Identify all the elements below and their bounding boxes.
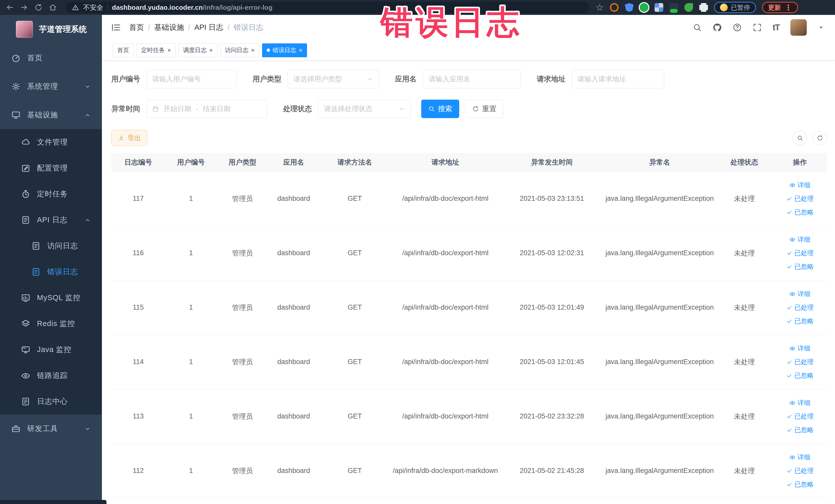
table-row: 1121管理员dashboardGET/api/infra/db-doc/exp… xyxy=(111,444,827,498)
sidebar-item[interactable]: 研发工具 xyxy=(0,415,102,443)
check-icon xyxy=(786,359,792,365)
detail-link[interactable]: 详细 xyxy=(789,181,810,189)
cell-id: 114 xyxy=(111,335,165,389)
browser-home-icon[interactable] xyxy=(49,3,57,12)
github-icon[interactable] xyxy=(713,23,722,32)
error-log-table: 日志编号用户编号用户类型应用名请求方法名请求地址异常发生时间异常名处理状态操作1… xyxy=(111,153,827,498)
extension-grid-icon[interactable] xyxy=(655,3,663,12)
browser-menu-kebab-icon[interactable]: ⋮ xyxy=(785,3,792,12)
breadcrumb-item[interactable]: 基础设施 xyxy=(154,22,184,33)
ignored-link[interactable]: 已忽略 xyxy=(786,371,814,380)
sidebar-item[interactable]: 链路追踪 xyxy=(0,363,102,388)
cell-user-type: 管理员 xyxy=(217,335,268,389)
ignored-link[interactable]: 已忽略 xyxy=(786,208,814,217)
security-label[interactable]: 不安全 xyxy=(83,3,103,12)
eye-icon xyxy=(789,291,795,297)
refresh-table-button[interactable] xyxy=(813,131,827,145)
extension-onoff-icon[interactable] xyxy=(669,3,678,12)
help-icon[interactable] xyxy=(733,23,742,32)
detail-link[interactable]: 详细 xyxy=(789,235,810,244)
sidebar-item[interactable]: MySQL 监控 xyxy=(0,285,102,311)
close-icon[interactable]: × xyxy=(299,47,302,54)
sidebar-item[interactable]: 首页 xyxy=(0,44,102,72)
extension-shield-icon[interactable] xyxy=(625,3,633,12)
sidebar-item[interactable]: 定时任务 xyxy=(0,181,102,207)
browser-back-icon[interactable] xyxy=(6,3,14,12)
header-search-icon[interactable] xyxy=(693,23,702,32)
user-avatar[interactable] xyxy=(790,19,807,36)
sidebar-item[interactable]: 日志中心 xyxy=(0,388,102,415)
browser-forward-icon[interactable] xyxy=(20,3,28,12)
paused-extension-badge[interactable]: 已暂停 xyxy=(714,2,756,13)
extension-leaf-icon[interactable] xyxy=(684,3,693,12)
processed-link[interactable]: 已处理 xyxy=(786,249,814,257)
processed-link[interactable]: 已处理 xyxy=(786,303,814,312)
cell-actions: 详细已处理已忽略 xyxy=(773,389,827,443)
font-size-icon[interactable]: tT xyxy=(773,23,779,32)
column-header: 请求地址 xyxy=(390,153,501,171)
detail-link[interactable]: 详细 xyxy=(789,289,810,298)
tab-item[interactable]: 访问日志× xyxy=(220,43,259,57)
sidebar-item[interactable]: 基础设施 xyxy=(0,101,102,129)
processed-link[interactable]: 已处理 xyxy=(786,358,814,366)
processed-link[interactable]: 已处理 xyxy=(786,412,814,421)
user-menu-caret-icon[interactable] xyxy=(817,24,825,31)
tab-item[interactable]: 定时任务× xyxy=(137,43,176,57)
ignored-link[interactable]: 已忽略 xyxy=(786,317,814,325)
sidebar-item[interactable]: 配置管理 xyxy=(0,155,102,181)
sidebar-item[interactable]: Java 监控 xyxy=(0,337,102,363)
reset-button[interactable]: 重置 xyxy=(465,100,503,118)
processed-link[interactable]: 已处理 xyxy=(786,466,814,475)
ignored-link[interactable]: 已忽略 xyxy=(786,480,814,489)
tab-active[interactable]: 错误日志× xyxy=(262,43,307,57)
cell-app-name: dashboard xyxy=(268,226,319,280)
start-date-placeholder: 开始日期 xyxy=(163,104,191,114)
detail-link[interactable]: 详细 xyxy=(789,453,810,461)
user-type-select[interactable]: 请选择用户类型 xyxy=(287,70,379,88)
close-icon[interactable]: × xyxy=(251,47,254,54)
detail-link[interactable]: 详细 xyxy=(789,344,810,352)
tab-item[interactable]: 首页 xyxy=(113,43,134,57)
extension-puzzle-icon[interactable] xyxy=(699,3,708,12)
user-id-input[interactable] xyxy=(146,70,237,88)
sidebar-item[interactable]: 错误日志 xyxy=(0,259,102,285)
ignored-link[interactable]: 已忽略 xyxy=(786,426,814,434)
cell-user-id: 1 xyxy=(165,172,217,226)
exception-time-range-picker[interactable]: 开始日期 - 结束日期 xyxy=(146,100,267,118)
search-button[interactable]: 搜索 xyxy=(421,100,459,118)
action-label: 已忽略 xyxy=(794,208,814,217)
bookmark-star-icon[interactable]: ☆ xyxy=(595,3,604,12)
browser-reload-icon[interactable] xyxy=(34,3,43,12)
process-status-select[interactable]: 请选择处理状态 xyxy=(318,100,411,118)
sidebar-item-label: API 日志 xyxy=(37,215,67,225)
app-name-input[interactable] xyxy=(423,70,521,88)
tab-item[interactable]: 调度日志× xyxy=(178,43,218,57)
processed-link[interactable]: 已处理 xyxy=(786,194,814,203)
ignored-link[interactable]: 已忽略 xyxy=(786,262,814,271)
sidebar-toggle-icon[interactable] xyxy=(110,22,121,33)
app-logo[interactable]: 芋道管理系统 xyxy=(0,15,102,44)
filter-user-type: 用户类型 请选择用户类型 xyxy=(252,70,379,88)
breadcrumb-item[interactable]: 首页 xyxy=(129,22,144,33)
sidebar-item[interactable]: API 日志 xyxy=(0,207,102,233)
bottom-strip xyxy=(0,500,106,504)
fullscreen-icon[interactable] xyxy=(753,23,762,32)
extension-orange-icon[interactable] xyxy=(610,3,618,12)
sidebar-item[interactable]: 文件管理 xyxy=(0,129,102,155)
close-icon[interactable]: × xyxy=(167,47,171,54)
detail-link[interactable]: 详细 xyxy=(789,399,810,407)
sidebar-item[interactable]: 访问日志 xyxy=(0,233,102,259)
export-button[interactable]: 导出 xyxy=(111,130,147,146)
sidebar-item[interactable]: Redis 监控 xyxy=(0,311,102,337)
sidebar-item[interactable]: 系统管理 xyxy=(0,72,102,101)
extension-green-icon[interactable] xyxy=(640,3,648,12)
edit-icon xyxy=(21,164,30,173)
request-url-input[interactable] xyxy=(572,70,664,88)
process-status-placeholder: 请选择处理状态 xyxy=(324,104,372,114)
toggle-search-button[interactable] xyxy=(793,131,807,145)
logo-avatar xyxy=(16,21,33,38)
cell-status: 未处理 xyxy=(716,335,773,389)
breadcrumb-item[interactable]: API 日志 xyxy=(194,22,223,33)
close-icon[interactable]: × xyxy=(209,47,213,54)
browser-update-button[interactable]: 更新 ⋮ xyxy=(762,2,798,13)
